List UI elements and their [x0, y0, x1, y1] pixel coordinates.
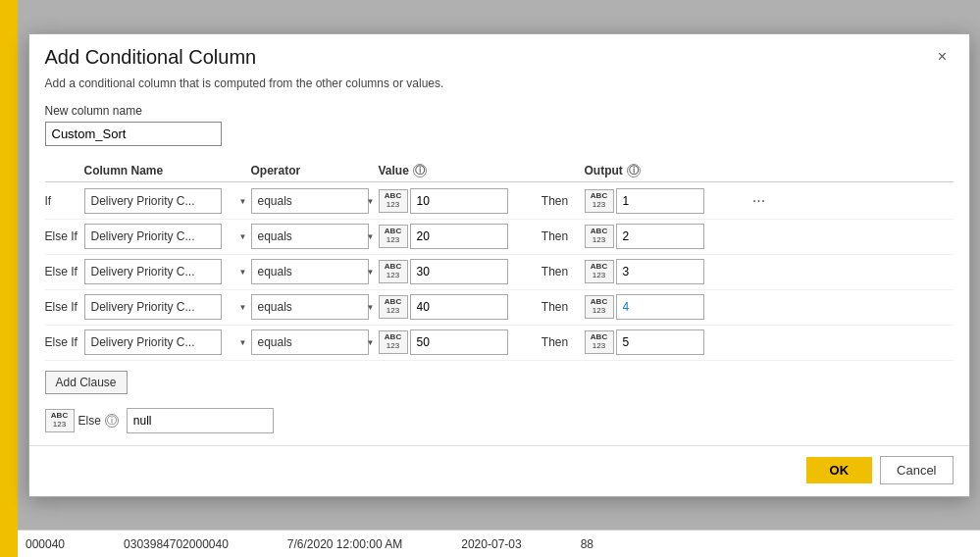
- dialog-body: Add a conditional column that is compute…: [29, 73, 969, 445]
- ok-button[interactable]: OK: [806, 457, 873, 483]
- operator-select-0[interactable]: equalsdoes not equalbegins withends with…: [251, 188, 369, 214]
- value-cell-3: ABC 123: [379, 294, 526, 320]
- cancel-button[interactable]: Cancel: [880, 456, 953, 484]
- column-select-wrapper-0: Delivery Priority C... Delivery Priority…: [84, 188, 251, 214]
- output-cell-0: ABC 123: [585, 188, 742, 214]
- output-input-1[interactable]: [616, 224, 704, 249]
- column-select-wrapper-4: Delivery Priority C... Delivery Priority…: [84, 329, 251, 355]
- header-column-name: Column Name: [84, 164, 251, 177]
- header-output: Output: [585, 164, 623, 177]
- output-cell-3: ABC 123: [585, 294, 742, 320]
- output-abc-badge-4[interactable]: ABC 123: [585, 330, 614, 354]
- header-operator: Operator: [251, 164, 379, 177]
- rule-label-0: If: [45, 194, 84, 208]
- rule-label-4: Else If: [45, 335, 84, 349]
- dialog-subtitle: Add a conditional column that is compute…: [45, 73, 954, 90]
- add-clause-button[interactable]: Add Clause: [45, 371, 128, 394]
- operator-select-wrapper-4: equalsdoes not equalbegins withends with…: [251, 329, 379, 355]
- output-input-3[interactable]: [616, 294, 704, 320]
- column-select-arrow-3: ▼: [239, 303, 247, 312]
- then-label-0: Then: [526, 194, 585, 208]
- dialog-title: Add Conditional Column: [45, 46, 257, 69]
- value-info-icon[interactable]: ⓘ: [413, 164, 427, 177]
- rule-rows-container: If Delivery Priority C... Delivery Prior…: [45, 184, 954, 361]
- rule-label-3: Else If: [45, 300, 84, 314]
- value-input-4[interactable]: [410, 329, 508, 355]
- output-cell-1: ABC 123: [585, 224, 742, 249]
- value-cell-1: ABC 123: [379, 224, 526, 249]
- value-input-2[interactable]: [410, 259, 508, 284]
- rule-label-1: Else If: [45, 229, 84, 243]
- value-abc-badge-2[interactable]: ABC 123: [379, 260, 408, 283]
- dialog-footer: OK Cancel: [29, 445, 969, 496]
- value-input-3[interactable]: [410, 294, 508, 320]
- then-label-3: Then: [526, 300, 585, 314]
- value-abc-badge-1[interactable]: ABC 123: [379, 225, 408, 248]
- more-options-button-0[interactable]: ···: [742, 190, 777, 212]
- value-input-1[interactable]: [410, 224, 508, 249]
- output-abc-badge-3[interactable]: ABC 123: [585, 295, 614, 319]
- rules-header: Column Name Operator Value ⓘ Output ⓘ: [45, 162, 954, 182]
- status-col3: 7/6/2020 12:00:00 AM: [287, 537, 402, 551]
- status-bar: 000040 0303984702000040 7/6/2020 12:00:0…: [18, 530, 980, 557]
- operator-select-3[interactable]: equalsdoes not equalbegins withends with…: [251, 294, 369, 320]
- output-cell-2: ABC 123: [585, 259, 742, 284]
- value-input-0[interactable]: [410, 188, 508, 214]
- column-select-4[interactable]: Delivery Priority C... Delivery Priority…: [84, 329, 222, 355]
- close-button[interactable]: ×: [932, 46, 954, 68]
- else-info-icon[interactable]: ⓘ: [105, 414, 119, 428]
- value-abc-badge-3[interactable]: ABC 123: [379, 295, 408, 319]
- value-cell-4: ABC 123: [379, 329, 526, 355]
- value-abc-badge-0[interactable]: ABC 123: [379, 189, 408, 213]
- output-abc-badge-1[interactable]: ABC 123: [585, 225, 614, 248]
- output-cell-4: ABC 123: [585, 329, 742, 355]
- column-select-wrapper-2: Delivery Priority C... Delivery Priority…: [84, 259, 251, 284]
- status-col2: 0303984702000040: [124, 537, 229, 551]
- then-label-1: Then: [526, 229, 585, 243]
- else-label-row: ABC 123 Else ⓘ: [45, 409, 119, 432]
- column-select-arrow-0: ▼: [239, 197, 247, 206]
- rule-row: Else If Delivery Priority C... Delivery …: [45, 255, 954, 290]
- column-select-arrow-4: ▼: [239, 338, 247, 347]
- operator-select-4[interactable]: equalsdoes not equalbegins withends with…: [251, 329, 369, 355]
- then-label-2: Then: [526, 265, 585, 278]
- else-input[interactable]: [127, 408, 274, 433]
- output-abc-badge-0[interactable]: ABC 123: [585, 189, 614, 213]
- output-input-4[interactable]: [616, 329, 704, 355]
- column-select-1[interactable]: Delivery Priority C... Delivery Priority…: [84, 224, 222, 249]
- output-abc-badge-2[interactable]: ABC 123: [585, 260, 614, 283]
- column-name-label: New column name: [45, 104, 954, 118]
- else-label: Else: [78, 414, 101, 428]
- operator-select-1[interactable]: equalsdoes not equalbegins withends with…: [251, 224, 369, 249]
- rule-row: Else If Delivery Priority C... Delivery …: [45, 326, 954, 361]
- operator-select-wrapper-1: equalsdoes not equalbegins withends with…: [251, 224, 379, 249]
- output-input-2[interactable]: [616, 259, 704, 284]
- rules-section: Column Name Operator Value ⓘ Output ⓘ If: [45, 162, 954, 394]
- dialog-titlebar: Add Conditional Column ×: [29, 34, 969, 73]
- value-abc-badge-4[interactable]: ABC 123: [379, 330, 408, 354]
- status-col4: 2020-07-03: [461, 537, 521, 551]
- column-select-wrapper-3: Delivery Priority C... Delivery Priority…: [84, 294, 251, 320]
- column-select-3[interactable]: Delivery Priority C... Delivery Priority…: [84, 294, 222, 320]
- column-select-2[interactable]: Delivery Priority C... Delivery Priority…: [84, 259, 222, 284]
- rule-row: If Delivery Priority C... Delivery Prior…: [45, 184, 954, 220]
- operator-select-wrapper-0: equalsdoes not equalbegins withends with…: [251, 188, 379, 214]
- operator-select-wrapper-3: equalsdoes not equalbegins withends with…: [251, 294, 379, 320]
- column-name-input[interactable]: [45, 122, 222, 146]
- rule-label-2: Else If: [45, 265, 84, 278]
- column-select-0[interactable]: Delivery Priority C... Delivery Priority…: [84, 188, 222, 214]
- header-output-cell: Output ⓘ: [585, 164, 751, 177]
- else-abc-badge[interactable]: ABC 123: [45, 409, 75, 432]
- column-select-wrapper-1: Delivery Priority C... Delivery Priority…: [84, 224, 251, 249]
- output-info-icon[interactable]: ⓘ: [627, 164, 641, 177]
- else-section: ABC 123 Else ⓘ: [45, 408, 954, 433]
- value-cell-2: ABC 123: [379, 259, 526, 284]
- output-input-0[interactable]: [616, 188, 704, 214]
- operator-select-2[interactable]: equalsdoes not equalbegins withends with…: [251, 259, 369, 284]
- header-value: Value: [379, 164, 409, 177]
- yellow-sidebar-strip: [0, 0, 18, 557]
- status-col5: 88: [581, 537, 593, 551]
- column-select-arrow-2: ▼: [239, 268, 247, 277]
- operator-select-wrapper-2: equalsdoes not equalbegins withends with…: [251, 259, 379, 284]
- then-label-4: Then: [526, 335, 585, 349]
